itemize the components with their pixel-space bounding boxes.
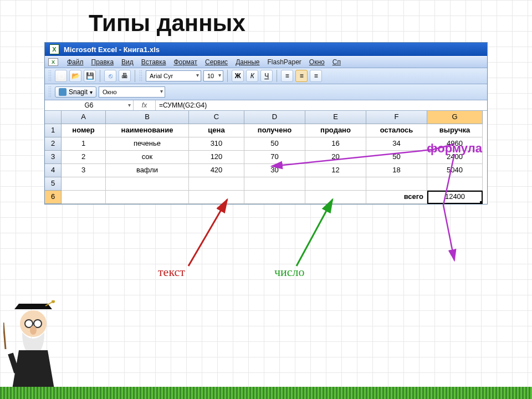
- toolbar-separator: [100, 70, 100, 82]
- cell-B4[interactable]: вафли: [106, 164, 189, 177]
- toolbar-drag-handle[interactable]: [48, 70, 52, 82]
- cell-F1[interactable]: осталось: [366, 124, 427, 137]
- menu-insert[interactable]: Вставка: [141, 58, 166, 66]
- menu-help[interactable]: Сп: [332, 58, 341, 66]
- menu-window[interactable]: Окно: [309, 58, 325, 66]
- cell-F6[interactable]: всего: [366, 191, 427, 204]
- menu-data[interactable]: Данные: [236, 58, 259, 66]
- snagit-label: Snagit: [69, 88, 88, 96]
- cell-C5[interactable]: [189, 177, 244, 191]
- cell-F2[interactable]: 34: [366, 137, 427, 151]
- snagit-button[interactable]: Snagit ▾: [55, 86, 96, 98]
- menu-view[interactable]: Вид: [121, 58, 134, 66]
- spreadsheet: A B C D E F G 1 номер наименование цена …: [45, 111, 487, 204]
- cell-D2[interactable]: 50: [244, 137, 305, 151]
- col-E[interactable]: E: [305, 111, 366, 124]
- cell-G4[interactable]: 5040: [427, 164, 483, 177]
- dropdown-arrow-icon: ▾: [90, 89, 93, 95]
- font-size-dropdown[interactable]: 10: [203, 70, 223, 81]
- cell-C1[interactable]: цена: [189, 124, 244, 137]
- bold-button[interactable]: Ж: [232, 70, 244, 82]
- cell-A5[interactable]: [62, 177, 106, 191]
- col-G[interactable]: G: [427, 111, 483, 124]
- professor-illustration: [3, 300, 70, 395]
- col-B[interactable]: B: [106, 111, 189, 124]
- cell-E3[interactable]: 20: [305, 151, 366, 164]
- cell-B2[interactable]: печенье: [106, 137, 189, 151]
- toolbar-drag-handle-3[interactable]: [48, 86, 52, 98]
- menu-flashpaper[interactable]: FlashPaper: [267, 58, 301, 66]
- cell-E4[interactable]: 12: [305, 164, 366, 177]
- menu-edit[interactable]: Правка: [91, 58, 114, 66]
- cell-B5[interactable]: [106, 177, 189, 191]
- formula-input[interactable]: =СУММ(G2:G4): [156, 100, 487, 110]
- label-formula: формула: [427, 141, 482, 156]
- snagit-icon: [59, 88, 66, 96]
- cell-B3[interactable]: сок: [106, 151, 189, 164]
- cell-D5[interactable]: [244, 177, 305, 191]
- snagit-window-dropdown[interactable]: Окно: [99, 86, 165, 98]
- cell-E2[interactable]: 16: [305, 137, 366, 151]
- cell-A2[interactable]: 1: [62, 137, 106, 151]
- cell-A3[interactable]: 2: [62, 151, 106, 164]
- row-4[interactable]: 4: [45, 164, 62, 177]
- share-button[interactable]: ⎋: [104, 70, 116, 82]
- fx-label[interactable]: fx: [134, 100, 156, 110]
- cell-C3[interactable]: 120: [189, 151, 244, 164]
- row-1[interactable]: 1: [45, 124, 62, 137]
- titlebar: X Microsoft Excel - Книга1.xls: [45, 43, 487, 56]
- toolbar-separator: [135, 70, 135, 82]
- open-button[interactable]: 📂: [69, 70, 81, 82]
- cell-F4[interactable]: 18: [366, 164, 427, 177]
- cell-F3[interactable]: 50: [366, 151, 427, 164]
- italic-button[interactable]: К: [246, 70, 258, 82]
- cell-E5[interactable]: [305, 177, 366, 191]
- row-2[interactable]: 2: [45, 137, 62, 151]
- col-F[interactable]: F: [366, 111, 427, 124]
- cell-D6[interactable]: [244, 191, 305, 204]
- cell-A4[interactable]: 3: [62, 164, 106, 177]
- new-doc-button[interactable]: ▢: [55, 70, 67, 82]
- row-3[interactable]: 3: [45, 151, 62, 164]
- font-name-dropdown[interactable]: Arial Cyr: [146, 70, 201, 81]
- cell-G5[interactable]: [427, 177, 483, 191]
- row-6[interactable]: 6: [45, 191, 62, 204]
- cell-F5[interactable]: [366, 177, 427, 191]
- label-text: текст: [158, 265, 185, 279]
- underline-button[interactable]: Ч: [260, 70, 273, 82]
- menu-tools[interactable]: Сервис: [205, 58, 228, 66]
- select-all-corner[interactable]: [45, 111, 62, 124]
- menu-file[interactable]: Файл: [67, 58, 84, 66]
- cell-E6[interactable]: [305, 191, 366, 204]
- cell-B6[interactable]: [106, 191, 189, 204]
- col-D[interactable]: D: [244, 111, 305, 124]
- cell-C2[interactable]: 310: [189, 137, 244, 151]
- excel-window: X Microsoft Excel - Книга1.xls X Файл Пр…: [44, 42, 488, 204]
- save-button[interactable]: 💾: [84, 70, 96, 82]
- cell-G1[interactable]: выручка: [427, 124, 483, 137]
- cell-A6[interactable]: [62, 191, 106, 204]
- row-5[interactable]: 5: [45, 177, 62, 191]
- align-right-button[interactable]: ≡: [310, 70, 322, 82]
- cell-C6[interactable]: [189, 191, 244, 204]
- name-box[interactable]: G6: [45, 100, 134, 110]
- cell-D1[interactable]: получено: [244, 124, 305, 137]
- menu-format[interactable]: Формат: [173, 58, 197, 66]
- print-button[interactable]: 🖶: [119, 70, 131, 82]
- cell-E1[interactable]: продано: [305, 124, 366, 137]
- align-left-button[interactable]: ≡: [281, 70, 293, 82]
- cell-A1[interactable]: номер: [62, 124, 106, 137]
- grass-decoration: [0, 387, 532, 399]
- toolbar-drag-handle-2[interactable]: [139, 70, 142, 82]
- formula-bar: G6 fx =СУММ(G2:G4): [45, 100, 487, 111]
- cell-D3[interactable]: 70: [244, 151, 305, 164]
- align-center-button[interactable]: ≡: [295, 70, 308, 82]
- col-A[interactable]: A: [62, 111, 106, 124]
- cell-G6-selected[interactable]: 12400: [427, 191, 483, 204]
- cell-D4[interactable]: 30: [244, 164, 305, 177]
- cell-C4[interactable]: 420: [189, 164, 244, 177]
- titlebar-text: Microsoft Excel - Книга1.xls: [64, 45, 160, 54]
- col-C[interactable]: C: [189, 111, 244, 124]
- toolbar: ▢ 📂 💾 ⎋ 🖶 Arial Cyr 10 Ж К Ч ≡ ≡ ≡: [45, 68, 487, 84]
- cell-B1[interactable]: наименование: [106, 124, 189, 137]
